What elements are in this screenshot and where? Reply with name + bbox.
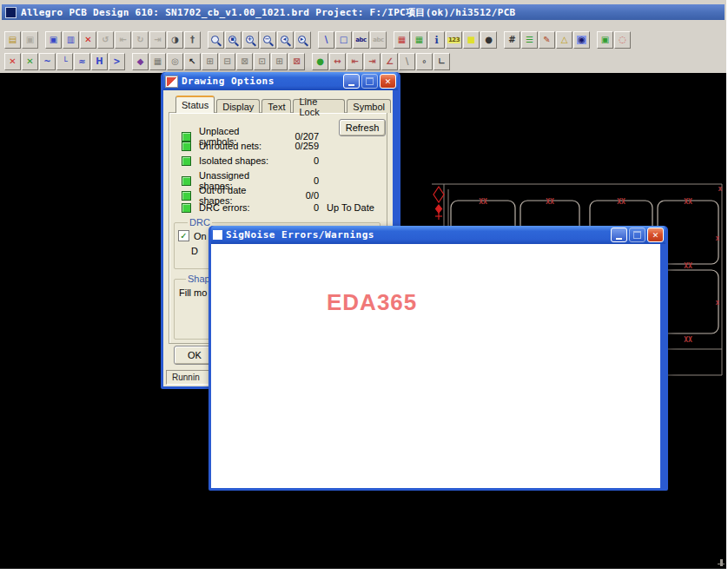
- slide-h-button[interactable]: H: [91, 53, 108, 70]
- move-button[interactable]: ▣: [45, 31, 62, 49]
- add-text-button[interactable]: abc: [353, 31, 369, 49]
- app-titlebar[interactable]: Allegro PCB Design 610: SN1702_cb_v1.00_…: [2, 4, 725, 20]
- zoom-points-button[interactable]: [208, 31, 224, 49]
- film-box-button[interactable]: ◌: [614, 31, 631, 49]
- zoom-previous-button[interactable]: ◂: [277, 31, 294, 49]
- tab-display[interactable]: Display: [216, 99, 260, 113]
- window-copy-button[interactable]: ⊟: [219, 53, 235, 70]
- tab-status[interactable]: Status: [175, 96, 215, 113]
- angle-dim-icon: ∠: [386, 57, 394, 66]
- checkbox-checked-icon[interactable]: [178, 230, 189, 241]
- drawing-options-icon: [165, 76, 178, 88]
- angle-dim-button[interactable]: ∠: [381, 53, 398, 70]
- window-fit-icon: ⊡: [258, 57, 265, 66]
- undo-step-icon: ⇤: [119, 36, 126, 44]
- refresh-button[interactable]: Refresh: [339, 119, 386, 136]
- status-row: Unrouted nets:0/259: [182, 141, 319, 151]
- slope-button[interactable]: \: [399, 53, 415, 70]
- color-192-button[interactable]: ▦: [394, 31, 410, 49]
- copy-button[interactable]: ▥: [63, 31, 79, 49]
- dehighlight-icon: ●: [485, 36, 493, 44]
- drc-checkbox-label: On: [194, 231, 207, 241]
- layer-stack-icon: ☰: [526, 36, 533, 44]
- shadow-mode-button[interactable]: ▣: [597, 31, 613, 49]
- redo-button[interactable]: ↻: [132, 31, 149, 49]
- layer-stack-button[interactable]: ☰: [521, 31, 538, 49]
- window-paste-button[interactable]: ⊠: [236, 53, 253, 70]
- save-file-button[interactable]: ▣: [22, 31, 38, 49]
- maximize-button[interactable]: [361, 74, 378, 89]
- add-text-icon: abc: [355, 37, 366, 43]
- window-move-button[interactable]: ⊞: [202, 53, 218, 70]
- rotate-button[interactable]: ◑: [167, 31, 183, 49]
- signoise-title: SigNoise Errors/Warnings: [226, 229, 607, 241]
- center-mark-button[interactable]: ∘: [416, 53, 433, 70]
- svg-text:x: x: [716, 299, 720, 307]
- status-label: Unrouted nets:: [199, 141, 270, 151]
- dehighlight-button[interactable]: ●: [480, 31, 497, 49]
- status-suffix: Up To Date: [327, 202, 374, 213]
- etch-edit-button[interactable]: ✎: [539, 31, 555, 49]
- unrats-all-button[interactable]: ✕: [4, 53, 21, 70]
- target-view-button[interactable]: ◉: [573, 31, 590, 49]
- delay-tune-icon: ≈: [78, 57, 85, 66]
- zoom-out-button[interactable]: −: [260, 31, 276, 49]
- route-connect-button[interactable]: └: [56, 53, 73, 70]
- grid-toggle-button[interactable]: #: [504, 31, 520, 49]
- gear-settings-button[interactable]: ◎: [167, 53, 183, 70]
- zoom-world-button[interactable]: ▸: [295, 31, 311, 49]
- select-pick-button[interactable]: ↖: [184, 53, 201, 70]
- dim-right-button[interactable]: ⇥: [364, 53, 381, 70]
- route-next-icon: >: [113, 57, 120, 66]
- zoom-in-button[interactable]: +: [242, 31, 259, 49]
- close-button[interactable]: [647, 228, 664, 242]
- show-measure-button[interactable]: 123: [446, 31, 462, 49]
- pin-button[interactable]: †: [184, 31, 201, 49]
- drawing-options-title: Drawing Options: [182, 76, 340, 87]
- tab-text[interactable]: Text: [261, 99, 291, 113]
- measure-distance-icon: ↔: [334, 57, 341, 66]
- dim-left-button[interactable]: ⇤: [347, 53, 363, 70]
- rats-components-button[interactable]: ✕: [22, 53, 38, 70]
- delay-tune-button[interactable]: ≈: [74, 53, 90, 70]
- undo-button[interactable]: ↺: [97, 31, 114, 49]
- edit-text-button[interactable]: abc: [370, 31, 387, 49]
- minimize-button[interactable]: [343, 74, 360, 89]
- tab-symbol[interactable]: Symbol: [347, 99, 391, 113]
- shape-add-button[interactable]: ◆: [132, 53, 149, 70]
- drawing-options-titlebar[interactable]: Drawing Options: [163, 72, 398, 90]
- window-delete-button[interactable]: ⊠: [288, 53, 305, 70]
- color-layer-button[interactable]: ▦: [411, 31, 427, 49]
- tab-line-lock[interactable]: Line Lock: [293, 99, 345, 113]
- slide-button[interactable]: ~: [39, 53, 56, 70]
- drc-online-checkbox-row: On: [178, 230, 207, 241]
- window-grid-button[interactable]: ⊞: [271, 53, 288, 70]
- measure-distance-button[interactable]: ↔: [329, 53, 346, 70]
- right-angle-button[interactable]: ∟: [433, 53, 450, 70]
- minimize-button[interactable]: [611, 228, 627, 242]
- select-pick-icon: ↖: [189, 57, 195, 66]
- zoom-fit-button[interactable]: ▪: [225, 31, 242, 49]
- window-fit-button[interactable]: ⊡: [254, 53, 270, 70]
- highlight-icon: ■: [467, 36, 475, 44]
- add-line-button[interactable]: \: [318, 31, 334, 49]
- delete-button[interactable]: ✕: [80, 31, 96, 49]
- canvas-artifact: [718, 559, 725, 566]
- shape-void-button[interactable]: ▦: [149, 53, 166, 70]
- show-element-button[interactable]: i: [428, 31, 445, 49]
- probe-button[interactable]: ●: [312, 53, 328, 70]
- redo-step-button[interactable]: ⇥: [149, 31, 166, 49]
- signoise-titlebar[interactable]: SigNoise Errors/Warnings: [211, 226, 665, 244]
- color-192-icon: ▦: [398, 36, 406, 44]
- highlight-button[interactable]: ■: [463, 31, 480, 49]
- target-view-icon: ◉: [577, 36, 586, 44]
- open-file-button[interactable]: ▤: [4, 31, 21, 49]
- close-button[interactable]: [380, 74, 396, 89]
- maximize-button[interactable]: [629, 228, 645, 242]
- move-icon: ▣: [50, 36, 57, 44]
- undo-step-button[interactable]: ⇤: [115, 31, 131, 49]
- status-label: Isolated shapes:: [199, 155, 270, 166]
- route-next-button[interactable]: >: [109, 53, 125, 70]
- ratsnest-button[interactable]: △: [556, 31, 572, 49]
- add-rect-button[interactable]: □: [335, 31, 352, 49]
